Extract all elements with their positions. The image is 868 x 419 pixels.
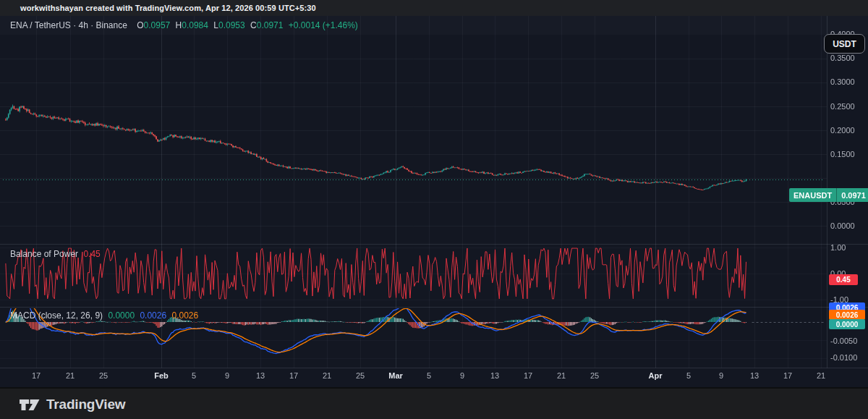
ohlc-high-value: 0.0984 <box>182 20 208 30</box>
bop-value: 0.45 <box>83 249 100 259</box>
tradingview-logo[interactable]: TradingView <box>19 396 125 413</box>
topbar: workwithshayan created with TradingView.… <box>0 0 868 17</box>
footer: TradingView <box>0 387 868 419</box>
symbol-legend[interactable]: ENA / TetherUS · 4h · Binance O0.0957 H0… <box>10 20 361 30</box>
main-canvas[interactable] <box>0 16 868 387</box>
tradingview-logo-icon <box>19 396 40 413</box>
macd-legend[interactable]: MACD (close, 12, 26, 9) 0.0000 0.0026 0.… <box>10 310 201 321</box>
macd-line-value: 0.0026 <box>140 310 166 321</box>
ohlc-close-value: 0.0971 <box>257 20 284 30</box>
last-price-badge-value: 0.0971 <box>837 188 868 202</box>
chart-area[interactable]: ENA / TetherUS · 4h · Binance O0.0957 H0… <box>0 16 868 387</box>
ohlc-open-value: 0.0957 <box>144 20 171 30</box>
last-price-badge: ENAUSDT 0.0971 <box>789 188 868 202</box>
ohlc-close-label: C <box>250 20 257 30</box>
bop-value-badge: 0.45 <box>829 274 858 285</box>
ohlc-change-value: +0.0014 (+1.46%) <box>289 20 358 30</box>
attribution-text: workwithshayan created with TradingView.… <box>20 4 316 12</box>
currency-button[interactable]: USDT <box>824 34 865 54</box>
bop-title: Balance of Power <box>10 249 78 259</box>
macd-hist-badge: 0.0000 <box>829 319 865 329</box>
bop-legend[interactable]: Balance of Power 0.45 <box>10 249 103 259</box>
tradingview-logo-text: TradingView <box>46 397 125 412</box>
macd-hist-value: 0.0000 <box>108 310 135 321</box>
macd-signal-value: 0.0026 <box>171 310 198 321</box>
macd-signal-badge: 0.0026 <box>829 310 865 320</box>
ohlc-high-label: H <box>176 20 182 30</box>
tradingview-chart-window: workwithshayan created with TradingView.… <box>0 0 868 419</box>
ohlc-low-value: 0.0953 <box>218 20 245 30</box>
ohlc-open-label: O <box>137 20 143 30</box>
last-price-badge-symbol: ENAUSDT <box>789 188 837 202</box>
ohlc-low-label: L <box>213 20 218 30</box>
symbol-title: ENA / TetherUS · 4h · Binance <box>10 20 127 30</box>
macd-title: MACD (close, 12, 26, 9) <box>10 310 103 321</box>
